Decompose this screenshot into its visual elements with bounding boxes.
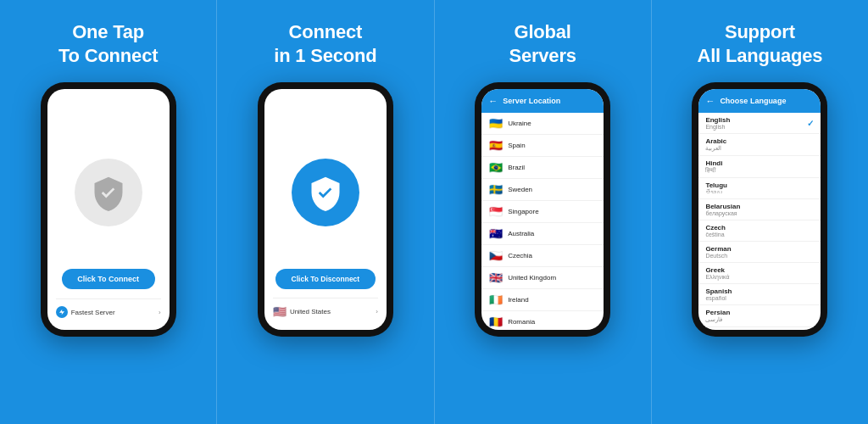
- list-item: Belarusian беларуская: [698, 199, 821, 220]
- lang-native-hindi: हिन्दी: [705, 167, 722, 174]
- flag-australia: 🇦🇺: [488, 227, 504, 240]
- lang-native-arabic: العربية: [705, 145, 726, 152]
- list-item: Czech čeština: [698, 220, 821, 242]
- lang-info-persian: Persian فارسی: [705, 309, 730, 323]
- list-item: Arabic العربية: [698, 134, 821, 156]
- lang-name-arabic: Arabic: [705, 137, 726, 145]
- flag-ireland: 🇮🇪: [488, 293, 504, 306]
- shield-active-icon: [292, 159, 359, 226]
- shield-inactive-icon: [75, 159, 142, 226]
- server-bar-1: Fastest Server ›: [56, 298, 161, 318]
- country-sweden: Sweden: [508, 186, 532, 193]
- list-item: 🇷🇴 Romania: [481, 311, 604, 330]
- server-bar-2: 🇺🇸 United States ›: [273, 298, 378, 318]
- panel-1-title: One TapTo Connect: [58, 20, 158, 67]
- flag-czechia: 🇨🇿: [488, 249, 504, 262]
- us-flag: 🇺🇸: [273, 305, 287, 318]
- lang-native-belarusian: беларуская: [705, 210, 740, 216]
- flag-sweden: 🇸🇪: [488, 183, 504, 196]
- phone-screen-4: ← Choose Language English English ✓ Arab…: [698, 89, 821, 330]
- list-item: Spanish español: [698, 284, 821, 305]
- server-bar-left-2: 🇺🇸 United States: [273, 305, 331, 318]
- phone-mockup-1: Click To Connect Fastest Server ›: [41, 82, 176, 337]
- list-item: 🇸🇪 Sweden: [481, 179, 604, 201]
- shield-svg-1: [90, 174, 127, 211]
- lang-name-german: German: [705, 245, 731, 253]
- united-states-label: United States: [290, 308, 331, 315]
- server-list: 🇺🇦 Ukraine 🇪🇸 Spain 🇧🇷 Brazil 🇸🇪 Sweden: [481, 113, 604, 330]
- lang-name-english: English: [705, 116, 730, 124]
- list-item: 🇨🇿 Czechia: [481, 245, 604, 267]
- lang-info-english: English English: [705, 116, 730, 130]
- choose-language-title: Choose Language: [720, 97, 786, 105]
- lang-name-telugu: Telugu: [705, 181, 727, 189]
- list-item: Hindi हिन्दी: [698, 156, 821, 178]
- list-item: Greek Ελληνικά: [698, 263, 821, 284]
- server-bar-arrow-2: ›: [376, 308, 378, 315]
- list-item: 🇧🇷 Brazil: [481, 157, 604, 179]
- lang-info-hindi: Hindi हिन्दी: [705, 159, 722, 174]
- country-ukraine: Ukraine: [508, 120, 531, 127]
- flag-singapore: 🇸🇬: [488, 205, 504, 218]
- server-location-header: ← Server Location: [481, 89, 604, 113]
- lang-name-greek: Greek: [705, 266, 729, 274]
- lightning-svg: [58, 309, 65, 315]
- lang-native-english: English: [705, 124, 730, 130]
- country-czechia: Czechia: [508, 252, 532, 259]
- fastest-server-icon: [56, 306, 68, 318]
- lang-name-persian: Persian: [705, 309, 730, 316]
- lang-native-german: Deutsch: [705, 253, 731, 259]
- server-bar-left-1: Fastest Server: [56, 306, 115, 318]
- server-bar-arrow-1: ›: [159, 309, 161, 316]
- list-item: German Deutsch: [698, 242, 821, 263]
- flag-romania: 🇷🇴: [488, 315, 504, 328]
- lang-info-belarusian: Belarusian беларуская: [705, 203, 740, 216]
- phone-screen-3: ← Server Location 🇺🇦 Ukraine 🇪🇸 Spain 🇧🇷…: [481, 89, 604, 330]
- lang-info-telugu: Telugu తెలుగు: [705, 181, 727, 195]
- country-australia: Australia: [508, 230, 534, 237]
- panel-2-title: Connectin 1 Second: [274, 20, 376, 67]
- flag-uk: 🇬🇧: [488, 271, 504, 284]
- lang-name-czech: Czech: [705, 224, 726, 232]
- click-to-disconnect-button[interactable]: Click To Disconnect: [275, 269, 376, 289]
- list-item: 🇬🇧 United Kingdom: [481, 267, 604, 289]
- flag-spain: 🇪🇸: [488, 139, 504, 152]
- lang-name-spanish: Spanish: [705, 287, 732, 295]
- country-singapore: Singapore: [508, 208, 538, 215]
- country-ireland: Ireland: [508, 296, 528, 304]
- server-location-title: Server Location: [503, 97, 560, 105]
- lang-native-czech: čeština: [705, 232, 726, 237]
- lang-native-greek: Ελληνικά: [705, 274, 729, 280]
- flag-ukraine: 🇺🇦: [488, 117, 504, 130]
- shield-check-svg: [307, 174, 344, 211]
- panel-one-tap: One TapTo Connect Click To Connect Faste…: [0, 0, 216, 424]
- phone-mockup-4: ← Choose Language English English ✓ Arab…: [692, 82, 827, 337]
- flag-brazil: 🇧🇷: [488, 161, 504, 174]
- click-to-connect-button[interactable]: Click To Connect: [62, 269, 155, 289]
- lang-info-greek: Greek Ελληνικά: [705, 266, 729, 280]
- back-arrow-icon-2: ←: [705, 96, 715, 106]
- panel-languages: SupportAll Languages ← Choose Language E…: [651, 0, 868, 424]
- back-arrow-icon: ←: [488, 96, 498, 106]
- panel-3-title: GlobalServers: [509, 20, 576, 67]
- lang-native-persian: فارسی: [705, 316, 730, 323]
- country-uk: United Kingdom: [508, 274, 556, 282]
- lang-name-hindi: Hindi: [705, 159, 722, 167]
- lang-name-belarusian: Belarusian: [705, 203, 740, 210]
- fastest-server-label: Fastest Server: [71, 309, 115, 316]
- country-spain: Spain: [508, 142, 525, 149]
- panel-4-title: SupportAll Languages: [697, 20, 822, 67]
- list-item: 🇪🇸 Spain: [481, 135, 604, 157]
- list-item: 🇺🇦 Ukraine: [481, 113, 604, 135]
- list-item: English English ✓: [698, 113, 821, 134]
- list-item: 🇦🇺 Australia: [481, 223, 604, 245]
- choose-language-header: ← Choose Language: [698, 89, 821, 113]
- phone-screen-1: Click To Connect Fastest Server ›: [47, 89, 170, 330]
- phone-screen-2: Click To Disconnect 🇺🇸 United States ›: [264, 89, 387, 330]
- country-brazil: Brazil: [508, 164, 525, 171]
- phone-mockup-2: Click To Disconnect 🇺🇸 United States ›: [258, 82, 393, 337]
- lang-native-telugu: తెలుగు: [705, 189, 727, 195]
- list-item: Persian فارسی: [698, 305, 821, 327]
- lang-info-czech: Czech čeština: [705, 224, 726, 237]
- phone-mockup-3: ← Server Location 🇺🇦 Ukraine 🇪🇸 Spain 🇧🇷…: [475, 82, 610, 337]
